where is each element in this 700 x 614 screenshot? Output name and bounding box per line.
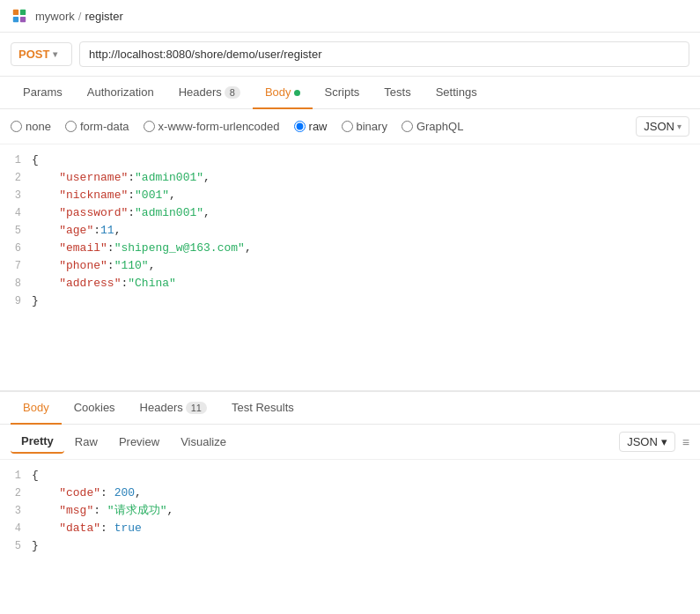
headers-badge: 8 [225, 86, 240, 99]
method-chevron-icon: ▾ [53, 49, 57, 59]
resp-fmt-preview[interactable]: Preview [108, 431, 170, 453]
response-format-bar: Pretty Raw Preview Visualize JSON ▾ ≡ [0, 425, 700, 460]
req-line-6: 6 "email":"shipeng_w@163.com", [0, 240, 700, 257]
breadcrumb-separator: / [78, 10, 82, 23]
resp-fmt-raw[interactable]: Raw [64, 431, 108, 453]
resp-json-dropdown[interactable]: JSON ▾ [619, 432, 675, 452]
tab-tests[interactable]: Tests [372, 77, 423, 109]
tab-headers[interactable]: Headers8 [166, 77, 253, 109]
resp-fmt-visualize[interactable]: Visualize [170, 431, 237, 453]
resp-line-3: 3 "msg": "请求成功", [0, 502, 700, 520]
body-type-none[interactable]: none [11, 120, 51, 133]
body-dot [294, 90, 300, 96]
svg-rect-0 [13, 10, 18, 15]
svg-rect-2 [13, 17, 18, 22]
req-line-5: 5 "age":11, [0, 222, 700, 240]
body-type-raw[interactable]: raw [294, 120, 328, 133]
body-type-bar: none form-data x-www-form-urlencoded raw… [0, 109, 700, 144]
req-line-9: 9 } [0, 292, 700, 310]
req-line-3: 3 "nickname":"001", [0, 187, 700, 204]
response-body-editor: 1 { 2 "code": 200, 3 "msg": "请求成功", 4 "d… [0, 460, 700, 562]
request-body-editor[interactable]: 1 { 2 "username":"admin001", 3 "nickname… [0, 144, 700, 391]
tab-body[interactable]: Body [253, 77, 313, 109]
tab-settings[interactable]: Settings [424, 77, 490, 109]
req-line-8: 8 "address":"China" [0, 275, 700, 292]
json-chevron-icon: ▾ [677, 122, 682, 131]
resp-tab-test-results[interactable]: Test Results [219, 392, 306, 425]
req-line-2: 2 "username":"admin001", [0, 169, 700, 187]
resp-fmt-pretty[interactable]: Pretty [11, 430, 64, 454]
svg-rect-3 [20, 17, 26, 22]
url-bar: POST ▾ [0, 33, 700, 77]
request-tabs-bar: Params Authorization Headers8 Body Scrip… [0, 77, 700, 109]
req-line-4: 4 "password":"admin001", [0, 204, 700, 222]
resp-line-4: 4 "data": true [0, 520, 700, 537]
resp-json-format-label: JSON [627, 435, 658, 448]
url-input[interactable] [79, 41, 689, 67]
method-label: POST [18, 48, 49, 61]
body-type-binary[interactable]: binary [342, 120, 387, 133]
body-type-urlencoded[interactable]: x-www-form-urlencoded [144, 120, 280, 133]
svg-rect-1 [20, 10, 26, 15]
breadcrumb-bar: mywork / register [0, 0, 700, 33]
resp-headers-badge: 11 [186, 402, 207, 414]
tab-scripts[interactable]: Scripts [313, 77, 372, 109]
resp-line-2: 2 "code": 200, [0, 485, 700, 502]
tab-params[interactable]: Params [11, 77, 75, 109]
breadcrumb-workspace[interactable]: mywork [35, 10, 75, 23]
resp-line-5: 5 } [0, 537, 700, 555]
filter-icon[interactable]: ≡ [682, 435, 689, 449]
method-dropdown[interactable]: POST ▾ [11, 42, 72, 66]
resp-tab-body[interactable]: Body [11, 392, 62, 425]
json-format-dropdown[interactable]: JSON ▾ [636, 116, 689, 137]
resp-json-chevron-icon: ▾ [661, 435, 667, 448]
resp-tab-cookies[interactable]: Cookies [62, 392, 128, 425]
resp-line-1: 1 { [0, 467, 700, 485]
req-line-7: 7 "phone":"110", [0, 257, 700, 275]
response-tabs-bar: Body Cookies Headers11 Test Results [0, 391, 700, 425]
breadcrumb-current: register [85, 10, 122, 23]
tab-authorization[interactable]: Authorization [75, 77, 166, 109]
resp-tab-headers[interactable]: Headers11 [128, 392, 219, 425]
req-line-1: 1 { [0, 152, 700, 169]
workspace-icon [11, 7, 28, 25]
body-type-form-data[interactable]: form-data [65, 120, 129, 133]
body-type-graphql[interactable]: GraphQL [402, 120, 463, 133]
json-format-label: JSON [644, 120, 674, 133]
